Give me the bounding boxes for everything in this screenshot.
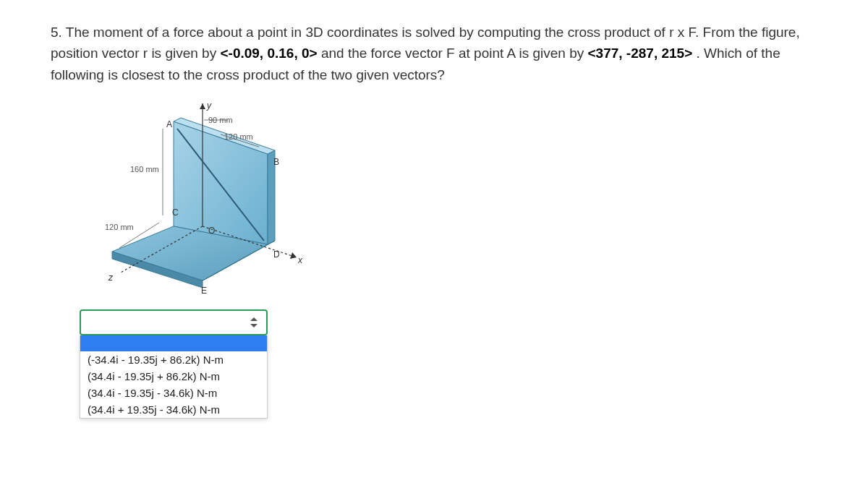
- dim-120b: 120 mm: [105, 223, 134, 231]
- question-number: 5.: [51, 25, 62, 40]
- dropdown-option-1[interactable]: (-34.4i - 19.35j + 86.2k) N-m: [80, 351, 267, 368]
- answer-dropdown-area: (-34.4i - 19.35j + 86.2k) N-m (34.4i - 1…: [80, 309, 817, 419]
- dropdown-options-list: (-34.4i - 19.35j + 86.2k) N-m (34.4i - 1…: [80, 335, 268, 419]
- vector-r: <-0.09, 0.16, 0>: [220, 46, 317, 61]
- svg-marker-7: [200, 103, 205, 109]
- dropdown-option-2[interactable]: (34.4i - 19.35j + 86.2k) N-m: [80, 368, 267, 385]
- axis-z-label: z: [108, 273, 114, 283]
- question-text: 5. The moment of a force about a point i…: [51, 22, 817, 85]
- dim-160: 160 mm: [130, 165, 159, 174]
- dropdown-option-empty[interactable]: [80, 335, 267, 351]
- figure-svg: y x z A B C D E O 90 mm 120 mm 160 mm 12…: [80, 100, 304, 302]
- dropdown-option-4[interactable]: (34.4i + 19.35j - 34.6k) N-m: [80, 401, 267, 418]
- vector-f: <377, -287, 215>: [588, 46, 693, 61]
- dropdown-option-3[interactable]: (34.4i - 19.35j - 34.6k) N-m: [80, 385, 267, 401]
- answer-dropdown[interactable]: [80, 309, 268, 335]
- point-o-label: O: [208, 226, 215, 236]
- axis-y-label: y: [206, 100, 212, 111]
- axis-x-label: x: [297, 255, 303, 265]
- dim-120a: 120 mm: [224, 132, 253, 141]
- point-e-label: E: [201, 286, 207, 296]
- figure-3d-bracket: y x z A B C D E O 90 mm 120 mm 160 mm 12…: [80, 100, 304, 302]
- point-a-label: A: [166, 119, 172, 129]
- chevron-updown-icon: [250, 317, 258, 328]
- question-text-2: and the force vector F at point A is giv…: [321, 46, 588, 61]
- point-c-label: C: [172, 207, 179, 218]
- svg-marker-0: [174, 121, 268, 244]
- point-b-label: B: [273, 157, 279, 167]
- point-d-label: D: [273, 249, 280, 260]
